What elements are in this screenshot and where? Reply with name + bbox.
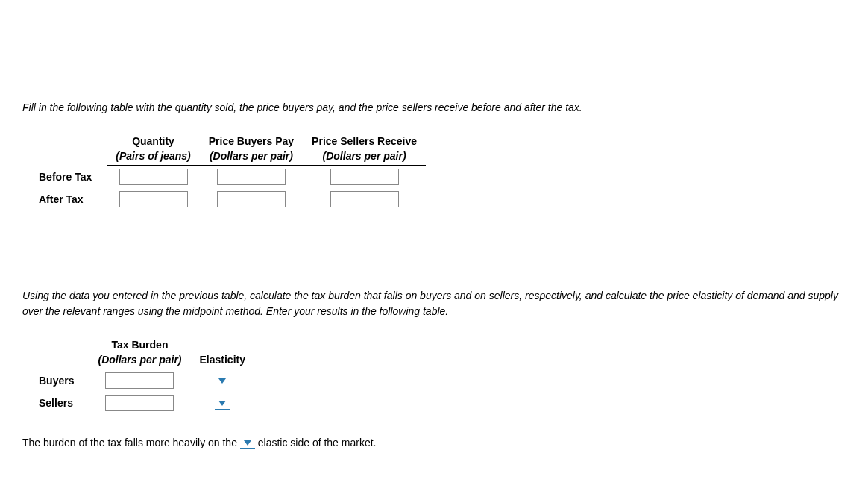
col-tax-burden-subheader: (Dollars per pair) xyxy=(89,352,190,369)
row-after-tax-label: After Tax xyxy=(30,188,107,210)
final-post-text: elastic side of the market. xyxy=(255,437,377,448)
table-row: Sellers xyxy=(30,392,254,414)
svg-marker-2 xyxy=(244,440,251,446)
table-row: Buyers xyxy=(30,369,254,393)
row-buyers-label: Buyers xyxy=(30,369,89,393)
col-price-sellers-header: Price Sellers Receive xyxy=(303,134,426,149)
input-before-price-sellers[interactable] xyxy=(330,169,399,185)
final-pre-text: The burden of the tax falls more heavily… xyxy=(22,437,240,448)
final-sentence: The burden of the tax falls more heavily… xyxy=(22,437,846,449)
input-before-quantity[interactable] xyxy=(119,169,188,185)
chevron-down-icon xyxy=(243,439,252,446)
row-sellers-label: Sellers xyxy=(30,392,89,414)
table-row: Before Tax xyxy=(30,166,426,189)
input-after-price-sellers[interactable] xyxy=(330,191,399,207)
svg-marker-0 xyxy=(218,378,226,384)
input-sellers-tax-burden[interactable] xyxy=(105,395,174,411)
dropdown-elastic-side[interactable] xyxy=(240,437,255,449)
table-row: After Tax xyxy=(30,188,426,210)
col-price-buyers-subheader: (Dollars per pair) xyxy=(200,149,303,166)
chevron-down-icon xyxy=(218,399,227,407)
instruction-2: Using the data you entered in the previo… xyxy=(22,288,846,319)
input-after-quantity[interactable] xyxy=(119,191,188,207)
row-before-tax-label: Before Tax xyxy=(30,166,107,189)
col-elasticity-header: Elasticity xyxy=(191,352,254,369)
chevron-down-icon xyxy=(218,377,227,384)
input-buyers-tax-burden[interactable] xyxy=(105,372,174,389)
col-quantity-header: Quantity xyxy=(107,134,199,149)
dropdown-sellers-elasticity[interactable] xyxy=(215,398,230,410)
col-price-buyers-header: Price Buyers Pay xyxy=(200,134,303,149)
svg-marker-1 xyxy=(218,401,226,406)
table-tax-burden: Tax Burden (Dollars per pair) Elasticity… xyxy=(30,337,254,414)
col-price-sellers-subheader: (Dollars per pair) xyxy=(303,149,426,166)
col-tax-burden-header: Tax Burden xyxy=(89,337,190,352)
col-quantity-subheader: (Pairs of jeans) xyxy=(107,149,199,166)
table-before-after-tax: Quantity Price Buyers Pay Price Sellers … xyxy=(30,134,426,210)
input-before-price-buyers[interactable] xyxy=(217,169,286,185)
dropdown-buyers-elasticity[interactable] xyxy=(215,375,230,387)
input-after-price-buyers[interactable] xyxy=(217,191,286,207)
instruction-1: Fill in the following table with the qua… xyxy=(22,100,846,116)
